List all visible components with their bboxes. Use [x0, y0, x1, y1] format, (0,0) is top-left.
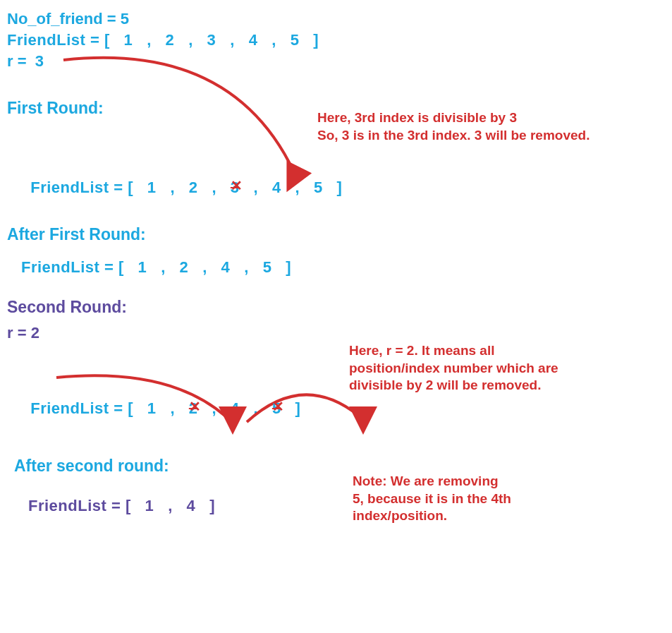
- round2-heading: Second Round:: [7, 298, 665, 317]
- var-no-of-friend: No_of_friend = 5: [7, 10, 665, 28]
- round1-list-struck-3: 3: [231, 179, 240, 196]
- round1-annotation-line1: Here, 3rd index is divisible by 3: [317, 109, 589, 127]
- round2-list: FriendList = [ 1 , 2 , 4 , 5 ]: [21, 381, 665, 418]
- var-r: r = 3: [7, 52, 665, 71]
- round2-list-struck-2: 2: [189, 399, 198, 417]
- round1-annotation-line2: So, 3 is in the 3rd index. 3 will be rem…: [317, 127, 589, 145]
- round2-annotation-line3: divisible by 2 will be removed.: [349, 377, 558, 394]
- round2-note-line3: index/position.: [353, 507, 511, 525]
- round2-annotation-line2: position/index number which are: [349, 360, 558, 378]
- after-round1-heading: After First Round:: [7, 225, 665, 244]
- round1-list: FriendList = [ 1 , 2 , 3 , 4 , 5 ]: [21, 160, 665, 197]
- round2-note-line1: Note: We are removing: [353, 473, 511, 490]
- round1-list-prefix: FriendList = [ 1 , 2 ,: [30, 179, 231, 196]
- after-round1-list: FriendList = [ 1 , 2 , 4 , 5 ]: [21, 258, 665, 277]
- round2-annotation-line1: Here, r = 2. It means all: [349, 342, 558, 360]
- var-friendlist-initial: FriendList = [ 1 , 2 , 3 , 4 , 5 ]: [7, 31, 665, 49]
- round2-r: r = 2: [7, 324, 665, 342]
- round2-list-struck-5: 5: [272, 399, 281, 417]
- round1-list-suffix: , 4 , 5 ]: [240, 179, 343, 196]
- round2-list-prefix: FriendList = [ 1 ,: [30, 399, 189, 417]
- round2-note-line2: 5, because it is in the 4th: [353, 490, 511, 508]
- after-round2-list: FriendList = [ 1 , 4 ]: [28, 497, 665, 515]
- after-round2-heading: After second round:: [14, 457, 665, 476]
- round2-list-mid: , 4 ,: [198, 399, 272, 417]
